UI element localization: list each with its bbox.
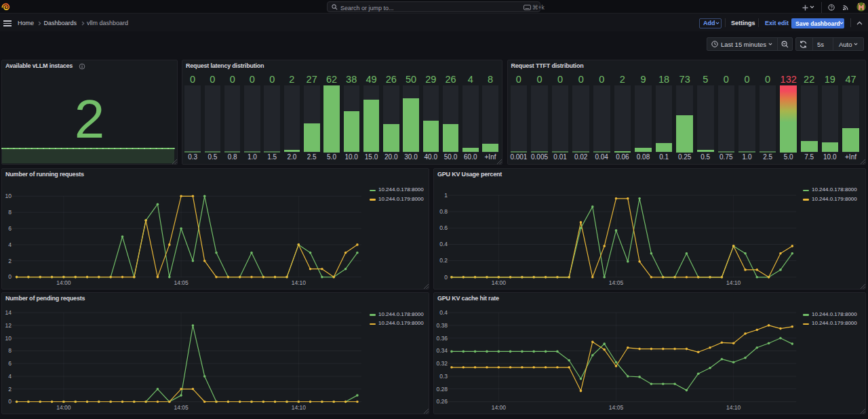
svg-text:10: 10	[5, 193, 12, 199]
svg-text:14:10: 14:10	[292, 404, 307, 411]
svg-text:0.28: 0.28	[436, 386, 448, 393]
svg-text:2: 2	[8, 258, 12, 264]
svg-text:1: 1	[444, 192, 448, 199]
svg-text:0.34: 0.34	[436, 347, 448, 354]
svg-text:14:00: 14:00	[56, 279, 71, 286]
svg-text:8: 8	[8, 347, 12, 354]
svg-text:0.4: 0.4	[439, 241, 448, 247]
svg-text:0.4: 0.4	[439, 309, 448, 316]
svg-text:12: 12	[5, 322, 12, 329]
svg-text:10: 10	[5, 335, 12, 342]
svg-text:14:10: 14:10	[726, 279, 741, 286]
svg-text:14:05: 14:05	[609, 404, 624, 411]
svg-text:14:00: 14:00	[56, 404, 71, 411]
svg-text:0.8: 0.8	[439, 208, 448, 215]
svg-text:0: 0	[8, 398, 12, 405]
svg-text:14: 14	[5, 309, 12, 316]
svg-text:0.36: 0.36	[436, 335, 448, 342]
svg-text:0.3: 0.3	[439, 373, 448, 380]
svg-text:8: 8	[8, 209, 12, 216]
svg-text:14:05: 14:05	[174, 279, 189, 286]
svg-text:14:00: 14:00	[492, 279, 507, 286]
svg-text:0.2: 0.2	[439, 257, 448, 264]
svg-text:14:00: 14:00	[492, 404, 507, 411]
svg-text:6: 6	[8, 360, 12, 367]
svg-text:0.32: 0.32	[436, 360, 448, 367]
svg-text:0: 0	[8, 273, 12, 280]
svg-text:0.6: 0.6	[439, 224, 448, 231]
svg-text:14:10: 14:10	[292, 279, 307, 286]
svg-text:6: 6	[8, 225, 12, 232]
svg-text:0.26: 0.26	[436, 398, 448, 405]
svg-text:2: 2	[8, 386, 12, 393]
svg-text:14:10: 14:10	[726, 404, 741, 411]
svg-text:14:05: 14:05	[174, 404, 189, 411]
svg-text:0.38: 0.38	[436, 322, 448, 329]
svg-text:0: 0	[444, 274, 448, 281]
svg-text:14:05: 14:05	[609, 279, 624, 286]
svg-text:4: 4	[8, 241, 12, 248]
svg-text:4: 4	[8, 373, 12, 380]
